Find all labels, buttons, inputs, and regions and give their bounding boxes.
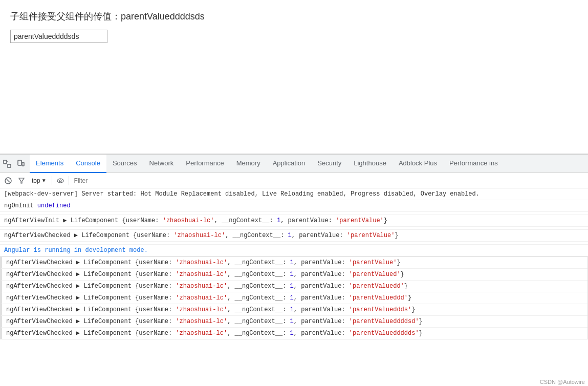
tab-elements[interactable]: Elements — [30, 155, 70, 173]
console-line-grouped-4: ngAfterViewChecked ▶ LifeComponent {user… — [1, 292, 587, 304]
device-icon[interactable] — [15, 159, 26, 169]
toolbar-divider-2 — [69, 176, 69, 185]
tab-security[interactable]: Security — [311, 155, 347, 173]
console-line-afterviewchecked-1: ngAfterViewChecked ▶ LifeComponent {user… — [0, 230, 588, 242]
console-output: [webpack-dev-server] Server started: Hot… — [0, 188, 588, 386]
devtools-icon-group — [2, 159, 26, 169]
toolbar-divider-1 — [52, 176, 52, 185]
tab-application[interactable]: Application — [267, 155, 312, 173]
grouped-console-block: ngAfterViewChecked ▶ LifeComponent {user… — [0, 256, 588, 339]
tab-memory[interactable]: Memory — [230, 155, 267, 173]
tab-adblock[interactable]: Adblock Plus — [393, 155, 443, 173]
console-line-grouped-2: ngAfterViewChecked ▶ LifeComponent {user… — [1, 269, 587, 281]
csdn-badge: CSDN @Autowire — [537, 378, 588, 386]
console-line-grouped-7: ngAfterViewChecked ▶ LifeComponent {user… — [1, 328, 587, 339]
svg-rect-4 — [18, 160, 21, 165]
parent-value-input[interactable] — [10, 30, 107, 43]
filter-icon[interactable] — [16, 176, 27, 186]
context-label: top — [32, 177, 40, 184]
tab-performance[interactable]: Performance — [180, 155, 230, 173]
svg-rect-0 — [4, 160, 7, 163]
console-toolbar: top ▼ — [0, 173, 588, 188]
devtools-tab-bar: Elements Console Sources Network Perform… — [0, 155, 588, 173]
tab-perf-ins[interactable]: Performance ins — [443, 155, 504, 173]
tab-network[interactable]: Network — [143, 155, 180, 173]
console-line-nginit: ngOnInit undefined — [0, 200, 588, 212]
console-line-grouped-1: ngAfterViewChecked ▶ LifeComponent {user… — [1, 257, 587, 269]
clear-console-icon[interactable] — [3, 176, 13, 186]
title-prefix: 子组件接受父组件的传值： — [10, 11, 121, 22]
tab-lighthouse[interactable]: Lighthouse — [347, 155, 393, 173]
svg-marker-8 — [19, 178, 24, 183]
context-selector[interactable]: top ▼ — [30, 176, 49, 185]
title-value: parentValueddddsds — [121, 11, 205, 22]
tab-sources[interactable]: Sources — [106, 155, 143, 173]
console-line-grouped-5: ngAfterViewChecked ▶ LifeComponent {user… — [1, 304, 587, 316]
page-title: 子组件接受父组件的传值：parentValueddddsds — [10, 10, 578, 23]
devtools-panel: Elements Console Sources Network Perform… — [0, 154, 588, 386]
svg-point-9 — [57, 179, 63, 183]
svg-line-7 — [7, 179, 10, 182]
console-line-grouped-6: ngAfterViewChecked ▶ LifeComponent {user… — [1, 316, 587, 328]
svg-point-10 — [59, 180, 61, 182]
console-line-angular-mode: Angular is running in development mode. — [0, 245, 588, 256]
console-filter-input[interactable] — [72, 176, 585, 185]
main-content: 子组件接受父组件的传值：parentValueddddsds — [0, 0, 588, 154]
eye-icon[interactable] — [55, 176, 66, 186]
context-dropdown-icon: ▼ — [41, 178, 47, 183]
console-line-grouped-3: ngAfterViewChecked ▶ LifeComponent {user… — [1, 281, 587, 292]
inspect-icon[interactable] — [2, 159, 12, 169]
console-line-webpack: [webpack-dev-server] Server started: Hot… — [0, 188, 588, 200]
svg-rect-5 — [22, 162, 24, 166]
svg-rect-1 — [8, 164, 11, 167]
tab-console[interactable]: Console — [70, 155, 106, 173]
console-line-afterviewinit: ngAfterViewInit ▶ LifeComponent {userNam… — [0, 215, 588, 227]
